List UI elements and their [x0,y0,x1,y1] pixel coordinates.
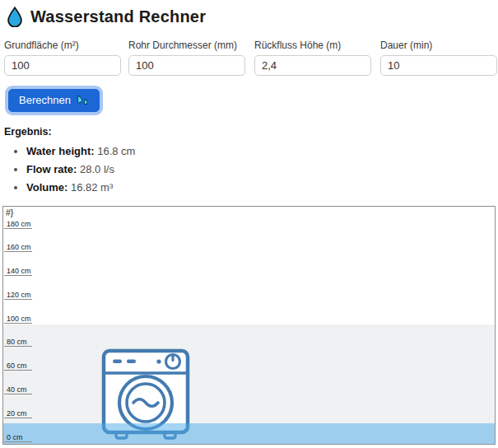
field-rueckfluss-hoehe: Rückfluss Höhe (m) [254,40,371,76]
scale-tick-40: 40 cm [4,385,32,394]
field-label: Rückfluss Höhe (m) [254,40,371,51]
result-value: 28.0 l/s [80,163,114,175]
water-level-visualization: #} 180 cm 160 cm 140 cm 120 c [2,206,496,445]
scale-tick-160: 160 cm [4,242,32,252]
result-water-height: Water height: 16.8 cm [26,145,498,157]
scale-tick-0: 0 cm [4,432,32,442]
scale-tick-180: 180 cm [4,219,32,229]
result-label: Volume: [26,181,67,194]
berechnen-button[interactable]: Berechnen [8,89,100,112]
field-label: Dauer (min) [380,40,497,51]
template-artifact-text: #} [6,208,13,217]
result-label: Water height: [26,145,95,157]
scale-tick-140: 140 cm [4,266,32,276]
water-level-band [3,423,495,444]
result-value: 16.82 m³ [71,181,113,194]
field-label: Rohr Durchmesser (mm) [128,40,245,51]
scale-tick-20: 20 cm [4,408,32,418]
result-label: Flow rate: [26,163,77,175]
input-form: Grundfläche (m²) Rohr Durchmesser (mm) R… [4,40,498,76]
berechnen-button-label: Berechnen [19,94,71,106]
field-grundflaeche: Grundfläche (m²) [4,40,121,76]
sweat-droplets-icon [76,95,89,106]
results-list: Water height: 16.8 cm Flow rate: 28.0 l/… [26,145,498,194]
page: Wasserstand Rechner Grundfläche (m²) Roh… [0,0,498,448]
rohr-durchmesser-input[interactable] [128,55,245,76]
field-dauer: Dauer (min) [380,40,497,76]
header: Wasserstand Rechner [4,7,498,27]
field-label: Grundfläche (m²) [4,40,121,51]
water-drop-icon [7,7,23,27]
scale-tick-100: 100 cm [4,314,32,324]
scale-tick-80: 80 cm [4,337,32,347]
result-flow-rate: Flow rate: 28.0 l/s [26,163,498,175]
scale-tick-60: 60 cm [4,361,32,371]
result-volume: Volume: 16.82 m³ [26,181,498,194]
rueckfluss-hoehe-input[interactable] [254,55,371,76]
page-title: Wasserstand Rechner [30,7,206,26]
dauer-input[interactable] [380,55,497,76]
result-value: 16.8 cm [97,145,135,157]
results-heading: Ergebnis: [4,126,498,138]
scale-tick-120: 120 cm [4,290,32,300]
grundflaeche-input[interactable] [4,55,121,76]
field-rohr-durchmesser: Rohr Durchmesser (mm) [128,40,245,76]
